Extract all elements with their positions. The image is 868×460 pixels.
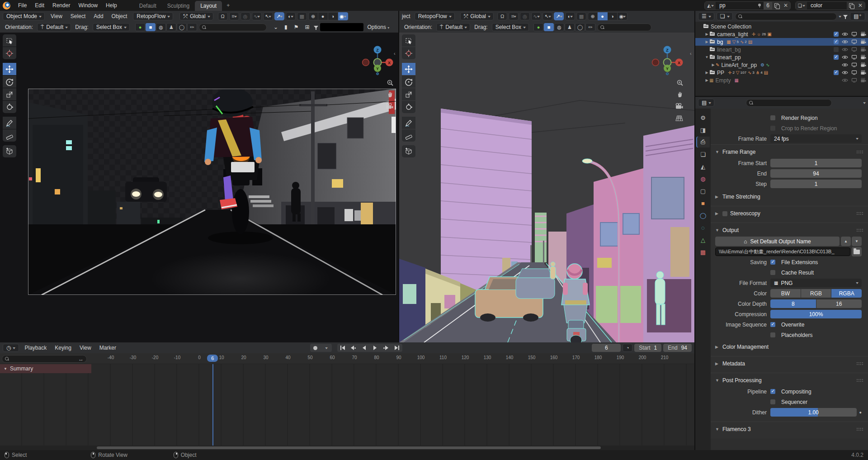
current-frame-field[interactable]: 6 (592, 344, 621, 352)
timeline-ruler[interactable]: -40-30-20-100102030405060708090100110120… (0, 353, 694, 364)
properties-tab-render[interactable]: ◨ (696, 124, 710, 135)
tool-scale[interactable] (3, 88, 16, 100)
bookmark-icon[interactable]: ⚑ (292, 24, 301, 30)
tool-annotate[interactable] (3, 117, 16, 129)
frame-end-field[interactable]: 94 (770, 169, 862, 178)
include-checkbox[interactable] (834, 55, 839, 60)
depth-option-16[interactable]: 16 (816, 299, 862, 308)
search-input[interactable] (597, 24, 651, 31)
sidebar-collapse-arrow[interactable]: ‹ (690, 51, 692, 56)
sphere-icon[interactable]: ◍ (554, 23, 564, 31)
chevron-down-icon[interactable]: ▾ (863, 101, 866, 105)
viewport-menu-object[interactable]: Object (108, 12, 132, 20)
properties-tab-physics[interactable]: ◌ (696, 222, 710, 233)
eye-toggle-icon[interactable] (842, 78, 848, 83)
shading-material-icon[interactable]: ◑ (328, 12, 338, 20)
summary-channel[interactable]: ▼ Summary (0, 364, 91, 373)
perspective-grid-icon[interactable] (674, 113, 684, 123)
outliner-row-empty[interactable]: ▶▦Empty▦ (695, 76, 868, 84)
eye-toggle-icon[interactable] (842, 39, 848, 44)
eye-toggle-icon[interactable] (842, 70, 848, 75)
eye-toggle-icon[interactable] (842, 32, 848, 37)
screen-toggle-icon[interactable] (851, 32, 857, 37)
new-scene-button[interactable] (772, 2, 781, 9)
output-preset-up-button[interactable]: ▲ (841, 237, 851, 246)
disclosure-right-icon[interactable]: ▶ (704, 78, 709, 82)
camera-toggle-icon[interactable] (860, 70, 866, 75)
person-icon[interactable]: ♟ (166, 23, 176, 31)
pan-hand-icon[interactable] (385, 90, 395, 100)
properties-tab-object[interactable]: ■ (696, 198, 710, 209)
shading-rendered-icon[interactable]: ◉▾ (618, 12, 627, 20)
tool-annotate[interactable] (402, 117, 415, 129)
eye-toggle-icon[interactable] (842, 55, 848, 60)
set-default-output-button[interactable]: ⌂Set Default Output Name (715, 237, 840, 246)
properties-tab-world[interactable]: ◍ (696, 173, 710, 184)
outliner-search-input[interactable] (735, 13, 837, 20)
outliner-row-lineart-pp[interactable]: ▼lineart_pp (695, 53, 868, 61)
current-frame-pill[interactable]: 6 (207, 355, 218, 362)
zoom-icon[interactable] (385, 78, 395, 88)
compositing-checkbox[interactable] (770, 389, 775, 394)
mode-dropdown[interactable]: Object Mode▾ (3, 12, 45, 20)
include-checkbox[interactable] (834, 39, 839, 44)
new-collection-button[interactable]: ▤⁺ (850, 12, 865, 20)
camera-toggle-icon[interactable] (860, 39, 866, 44)
snap-magnet-icon[interactable]: Ω (497, 12, 507, 20)
scene-icon[interactable]: ◭▾ (705, 2, 716, 9)
navigation-gizmo[interactable]: Z X Y (651, 43, 683, 75)
pan-hand-icon[interactable] (675, 90, 685, 100)
render-region-checkbox[interactable] (770, 115, 775, 120)
snap-target-icon[interactable]: ⌗▾ (509, 12, 519, 20)
screen-toggle-icon[interactable] (851, 55, 857, 60)
tool-move[interactable] (402, 63, 415, 75)
cache-result-checkbox[interactable] (770, 270, 775, 275)
snap-magnet-icon[interactable]: Ω (218, 12, 228, 20)
orientation-dropdown[interactable]: ⤱ Global▾ (460, 12, 494, 20)
view-layer-name[interactable]: color (807, 2, 847, 9)
screen-toggle-icon[interactable] (851, 39, 857, 44)
menu-help[interactable]: Help (102, 1, 121, 9)
sequencer-checkbox[interactable] (770, 399, 775, 404)
blue-square-icon[interactable]: ■ (544, 23, 554, 31)
retopoflow-menu[interactable]: RetopoFlow▾ (133, 12, 173, 20)
auto-key-dropdown[interactable]: ▾ (321, 344, 332, 352)
include-checkbox[interactable] (834, 70, 839, 75)
animate-dot-icon[interactable]: ● (859, 410, 862, 415)
file-format-dropdown[interactable]: ▦PNG▾ (770, 279, 862, 287)
filter-funnel-icon[interactable] (843, 15, 848, 18)
screen-toggle-icon[interactable] (851, 70, 857, 75)
snap-target-icon[interactable]: ⌗▾ (229, 12, 239, 20)
outliner-row-scene-collection[interactable]: Scene Collection (695, 23, 868, 30)
tool-measure[interactable] (402, 129, 415, 142)
workspace-tab-sculpting[interactable]: Sculpting (162, 1, 195, 11)
chevron-down-icon[interactable]: ▾ (839, 14, 842, 19)
tool-add-cube[interactable] (3, 145, 16, 157)
zoom-icon[interactable] (675, 78, 685, 88)
color-option-bw[interactable]: BW (770, 289, 801, 298)
playhead[interactable] (212, 364, 213, 446)
next-keyframe-button[interactable] (381, 344, 392, 352)
collections-icon[interactable]: ⊞ (302, 24, 311, 30)
timeline-menu-view[interactable]: View (75, 344, 95, 352)
search-input[interactable] (199, 24, 267, 31)
jump-end-button[interactable] (392, 344, 402, 352)
tool-move[interactable] (3, 63, 16, 75)
camera-toggle-icon[interactable] (860, 62, 866, 67)
auto-key-button[interactable] (310, 344, 321, 352)
menu-file[interactable]: File (14, 1, 31, 9)
tool-select-box[interactable] (3, 34, 16, 47)
camera-view-icon[interactable] (384, 101, 394, 111)
new-view-layer-button[interactable] (847, 2, 856, 9)
properties-tab-view-layer[interactable]: ❏ (696, 149, 710, 160)
compression-slider[interactable]: 100% (770, 310, 862, 318)
shading-solid-icon[interactable]: ● (598, 12, 608, 20)
falloff-curve-icon[interactable]: ∿▾ (531, 12, 541, 20)
screen-toggle-icon[interactable] (851, 62, 857, 67)
proportional-edit-icon[interactable]: ◎ (520, 12, 530, 20)
shading-wireframe-icon[interactable]: ⊕ (308, 12, 318, 20)
file-extensions-checkbox[interactable] (770, 260, 775, 265)
viewport-right-render[interactable] (399, 33, 694, 342)
timeline-menu-marker[interactable]: Marker (95, 344, 120, 352)
screen-toggle-icon[interactable] (851, 78, 857, 83)
